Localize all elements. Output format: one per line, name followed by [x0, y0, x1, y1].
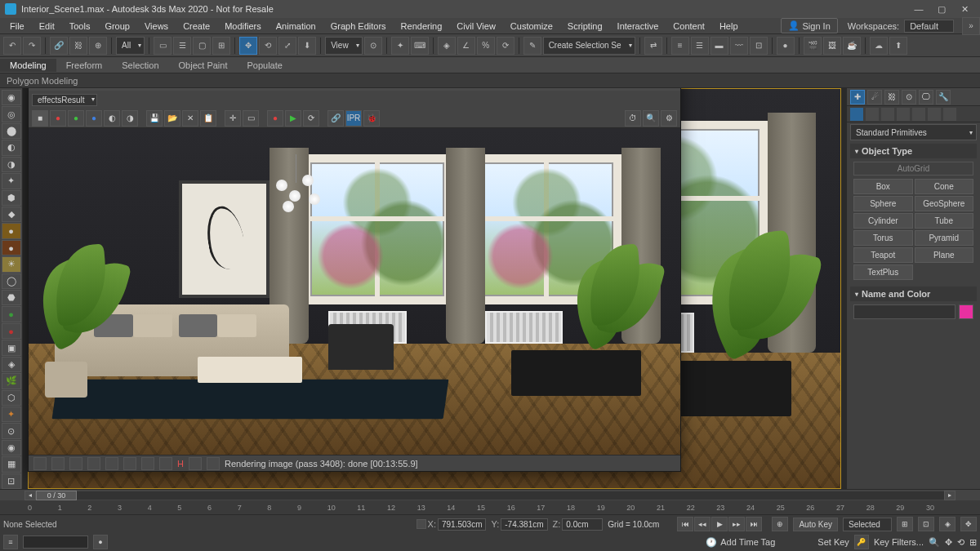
spinner-snap-button[interactable]: ⟳ — [497, 37, 514, 55]
nav-7[interactable]: ⟲ — [957, 537, 964, 548]
add-time-tag[interactable]: 🕐Add Time Tag — [706, 537, 775, 548]
subtab-systems-icon[interactable] — [943, 108, 956, 121]
lt-01[interactable]: ◉ — [2, 90, 21, 105]
angle-snap-button[interactable]: ∠ — [457, 37, 475, 55]
close-button[interactable]: ✕ — [954, 2, 975, 16]
vfb-lens-button[interactable]: 🔍 — [643, 110, 659, 127]
vfb-sb-7[interactable] — [141, 457, 154, 470]
macro-rec-button[interactable]: ● — [93, 535, 108, 549]
primitive-pyramid[interactable]: Pyramid — [915, 230, 974, 246]
vfb-stop-button[interactable]: ● — [267, 110, 283, 127]
window-crossing-button[interactable]: ⊞ — [212, 37, 230, 55]
menu-civilview[interactable]: Civil View — [450, 20, 501, 33]
vfb-clear-button[interactable]: ✕ — [182, 110, 198, 127]
time-slider-track[interactable]: 0 / 30 — [36, 491, 944, 500]
select-name-button[interactable]: ☰ — [173, 37, 191, 55]
primitive-teapot[interactable]: Teapot — [853, 247, 913, 263]
lt-08[interactable]: ◆ — [2, 207, 21, 222]
vfb-renderlast-button[interactable]: ⟳ — [303, 110, 319, 127]
layers-button[interactable]: ☰ — [691, 37, 709, 55]
vfb-blue-button[interactable]: ● — [86, 110, 102, 127]
select-region-button[interactable]: ▢ — [193, 37, 211, 55]
nav-3[interactable]: ◈ — [939, 517, 956, 531]
menu-scripting[interactable]: Scripting — [561, 20, 609, 33]
maxscript-icon[interactable]: ≡ — [3, 535, 18, 549]
schematic-view-button[interactable]: ⊡ — [750, 37, 768, 55]
selection-filter[interactable]: All — [116, 37, 145, 55]
align-button[interactable]: ≡ — [671, 37, 689, 55]
time-ruler[interactable]: 0123456789101112131415161718192021222324… — [0, 500, 980, 515]
y-value[interactable]: -74.381cm — [501, 518, 547, 531]
open-a360-button[interactable]: ⬆ — [889, 37, 907, 55]
snap-toggle-button[interactable]: ◈ — [438, 37, 456, 55]
lt-13[interactable]: ⬣ — [2, 290, 21, 305]
prev-frame-button[interactable]: ◂◂ — [694, 517, 710, 531]
use-center-button[interactable]: ⊙ — [364, 37, 382, 55]
nav-5[interactable]: 🔍 — [929, 537, 940, 548]
tab-selection[interactable]: Selection — [112, 59, 168, 72]
lt-02[interactable]: ◎ — [2, 106, 21, 122]
render-setup-button[interactable]: 🎬 — [804, 37, 822, 55]
rollout-object-type-header[interactable]: Object Type — [850, 144, 977, 158]
maxscript-input[interactable] — [23, 535, 88, 549]
maximize-button[interactable]: ▢ — [931, 2, 952, 16]
keyset-select[interactable]: Selected — [843, 518, 892, 531]
vfb-sb-10[interactable] — [207, 457, 220, 470]
menu-create[interactable]: Create — [176, 20, 216, 33]
menu-group[interactable]: Group — [98, 20, 136, 33]
z-value[interactable]: 0.0cm — [562, 518, 603, 531]
tab-create-icon[interactable]: ✚ — [850, 90, 865, 104]
vfb-save-button[interactable]: 💾 — [146, 110, 163, 127]
vfb-rgb-button[interactable]: ■ — [32, 110, 48, 127]
lt-09[interactable]: ● — [2, 223, 21, 238]
nav-8[interactable]: ⊞ — [969, 537, 977, 548]
curve-editor-button[interactable]: 〰 — [730, 37, 748, 55]
nav-2[interactable]: ⊡ — [918, 517, 934, 531]
key-mode-button[interactable]: ⊕ — [772, 517, 788, 531]
nav-1[interactable]: ⊞ — [897, 517, 913, 531]
menu-content[interactable]: Content — [666, 20, 711, 33]
goto-end-button[interactable]: ⏭ — [746, 517, 762, 531]
vfb-channel-select[interactable]: effectsResult — [32, 94, 97, 106]
autokey-button[interactable]: Auto Key — [793, 518, 838, 531]
ribbon-toggle-button[interactable]: ▬ — [710, 37, 728, 55]
lt-03[interactable]: ⬤ — [2, 123, 21, 139]
lt-04[interactable]: ◐ — [2, 140, 21, 155]
vfb-sb-8[interactable] — [159, 457, 172, 470]
menu-tools[interactable]: Tools — [63, 20, 97, 33]
rollout-name-color-header[interactable]: Name and Color — [850, 287, 977, 301]
tab-freeform[interactable]: Freeform — [56, 59, 113, 72]
lt-24[interactable]: ⊡ — [2, 473, 21, 489]
menu-views[interactable]: Views — [138, 20, 175, 33]
lt-06[interactable]: ✦ — [2, 173, 21, 189]
subtab-spacewarps-icon[interactable] — [928, 108, 941, 121]
tab-display-icon[interactable]: 🖵 — [919, 90, 933, 104]
setkey-button[interactable]: Set Key — [817, 537, 849, 547]
vfb-link-button[interactable]: 🔗 — [327, 110, 344, 127]
lt-14[interactable]: ● — [2, 306, 21, 322]
keyfilters-button[interactable]: Key Filters... — [874, 537, 924, 547]
select-object-button[interactable]: ▭ — [154, 37, 172, 55]
lt-10[interactable]: ● — [2, 240, 21, 256]
primitive-plane[interactable]: Plane — [915, 247, 974, 263]
select-move-button[interactable]: ✥ — [239, 37, 257, 55]
primitive-box[interactable]: Box — [853, 179, 913, 194]
primitive-sphere[interactable]: Sphere — [853, 196, 913, 211]
vfb-load-button[interactable]: 📂 — [164, 110, 180, 127]
vfb-sb-9[interactable] — [189, 457, 202, 470]
lt-19[interactable]: ⬡ — [2, 390, 21, 406]
percent-snap-button[interactable]: % — [477, 37, 495, 55]
lt-07[interactable]: ⬢ — [2, 190, 21, 206]
vfb-copy-button[interactable]: 📋 — [200, 110, 216, 127]
vfb-debug-button[interactable]: 🐞 — [363, 110, 380, 127]
render-prod-button[interactable]: ☕ — [843, 37, 861, 55]
object-name-input[interactable] — [853, 304, 956, 319]
workspace-select[interactable]: Default — [904, 20, 954, 33]
vfb-cc-button[interactable]: ⚙ — [661, 110, 677, 127]
signin-button[interactable]: 👤Sign In — [781, 18, 838, 33]
subtab-geometry-icon[interactable] — [850, 108, 863, 121]
material-editor-button[interactable]: ● — [777, 37, 795, 55]
select-manipulate-button[interactable]: ✦ — [391, 37, 409, 55]
lt-05[interactable]: ◑ — [2, 157, 21, 172]
vfb-mono-button[interactable]: ◑ — [122, 110, 138, 127]
